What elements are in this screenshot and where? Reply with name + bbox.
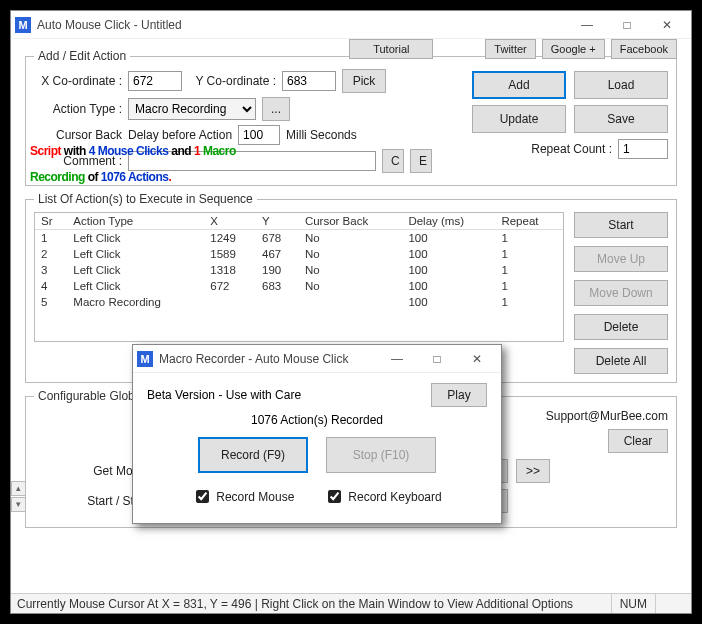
record-mouse-checkbox[interactable]: Record Mouse <box>192 487 294 506</box>
repeat-input[interactable] <box>618 139 668 159</box>
comment-input[interactable] <box>128 151 376 171</box>
recorder-close-button[interactable]: ✕ <box>457 347 497 371</box>
column-header[interactable]: Cursor Back <box>299 213 403 230</box>
num-lock-indicator: NUM <box>611 594 655 613</box>
facebook-button[interactable]: Facebook <box>611 39 677 59</box>
c-button[interactable]: C <box>382 149 404 173</box>
scroll-up-icon[interactable]: ▴ <box>11 481 26 496</box>
recorder-maximize-button[interactable]: □ <box>417 347 457 371</box>
delay-label: Delay before Action <box>128 128 232 142</box>
start-button[interactable]: Start <box>574 212 668 238</box>
table-row[interactable]: 1Left Click1249678No1001 <box>35 230 563 247</box>
save-button[interactable]: Save <box>574 105 668 133</box>
clear-button-1[interactable]: Clear <box>608 429 668 453</box>
y-label: Y Co-ordinate : <box>188 74 276 88</box>
recorder-dialog: M Macro Recorder - Auto Mouse Click — □ … <box>132 344 502 524</box>
column-header[interactable]: Delay (ms) <box>402 213 495 230</box>
column-header[interactable]: Sr <box>35 213 67 230</box>
cursor-back-label: Cursor Back <box>34 128 122 142</box>
maximize-button[interactable]: □ <box>607 13 647 37</box>
action-table-wrap[interactable]: SrAction TypeXYCursor BackDelay (ms)Repe… <box>34 212 564 342</box>
support-link[interactable]: Support@MurBee.com <box>546 409 668 423</box>
titlebar: M Auto Mouse Click - Untitled — □ ✕ <box>11 11 691 39</box>
ms-label: Milli Seconds <box>286 128 357 142</box>
minimize-button[interactable]: — <box>567 13 607 37</box>
update-button[interactable]: Update <box>472 105 566 133</box>
pick-button[interactable]: Pick <box>342 69 386 93</box>
config-legend: Configurable Global <box>34 389 148 403</box>
column-header[interactable]: Y <box>256 213 299 230</box>
move-up-button[interactable]: Move Up <box>574 246 668 272</box>
scroll-down-icon[interactable]: ▾ <box>11 497 26 512</box>
y-input[interactable] <box>282 71 336 91</box>
delay-input[interactable] <box>238 125 280 145</box>
action-table: SrAction TypeXYCursor BackDelay (ms)Repe… <box>35 213 563 310</box>
play-button[interactable]: Play <box>431 383 487 407</box>
delete-button[interactable]: Delete <box>574 314 668 340</box>
column-header[interactable]: Action Type <box>67 213 204 230</box>
window-title: Auto Mouse Click - Untitled <box>37 18 567 32</box>
action-type-select[interactable]: Macro Recording <box>128 98 256 120</box>
tutorial-button[interactable]: Tutorial <box>349 39 433 59</box>
recorded-count: 1076 Action(s) Recorded <box>147 413 487 427</box>
stop-button[interactable]: Stop (F10) <box>326 437 436 473</box>
recorder-minimize-button[interactable]: — <box>377 347 417 371</box>
repeat-label: Repeat Count : <box>531 142 612 156</box>
app-icon: M <box>15 17 31 33</box>
status-bar: Currently Mouse Cursor At X = 831, Y = 4… <box>11 593 691 613</box>
status-empty-cell <box>655 594 685 613</box>
comment-label: Comment : <box>34 154 122 168</box>
x-label: X Co-ordinate : <box>34 74 122 88</box>
table-row[interactable]: 2Left Click1589467No1001 <box>35 246 563 262</box>
record-button[interactable]: Record (F9) <box>198 437 308 473</box>
more-button[interactable]: >> <box>516 459 550 483</box>
load-button[interactable]: Load <box>574 71 668 99</box>
action-list-legend: List Of Action(s) to Execute in Sequence <box>34 192 257 206</box>
column-header[interactable]: X <box>204 213 256 230</box>
record-keyboard-checkbox[interactable]: Record Keyboard <box>324 487 441 506</box>
e-button[interactable]: E <box>410 149 432 173</box>
close-button[interactable]: ✕ <box>647 13 687 37</box>
table-row[interactable]: 3Left Click1318190No1001 <box>35 262 563 278</box>
x-input[interactable] <box>128 71 182 91</box>
recorder-title: Macro Recorder - Auto Mouse Click <box>159 352 377 366</box>
add-button[interactable]: Add <box>472 71 566 99</box>
twitter-button[interactable]: Twitter <box>485 39 535 59</box>
recorder-titlebar: M Macro Recorder - Auto Mouse Click — □ … <box>133 345 501 373</box>
move-down-button[interactable]: Move Down <box>574 280 668 306</box>
table-row[interactable]: 5Macro Recording1001 <box>35 294 563 310</box>
status-text: Currently Mouse Cursor At X = 831, Y = 4… <box>17 597 573 611</box>
add-edit-legend: Add / Edit Action <box>34 49 130 63</box>
action-type-label: Action Type : <box>34 102 122 116</box>
google-button[interactable]: Google + <box>542 39 605 59</box>
delete-all-button[interactable]: Delete All <box>574 348 668 374</box>
column-header[interactable]: Repeat <box>495 213 563 230</box>
recorder-app-icon: M <box>137 351 153 367</box>
add-edit-group: Add / Edit Action X Co-ordinate : Y Co-o… <box>25 49 677 186</box>
beta-label: Beta Version - Use with Care <box>147 388 301 402</box>
action-ellipsis-button[interactable]: ... <box>262 97 290 121</box>
table-row[interactable]: 4Left Click672683No1001 <box>35 278 563 294</box>
